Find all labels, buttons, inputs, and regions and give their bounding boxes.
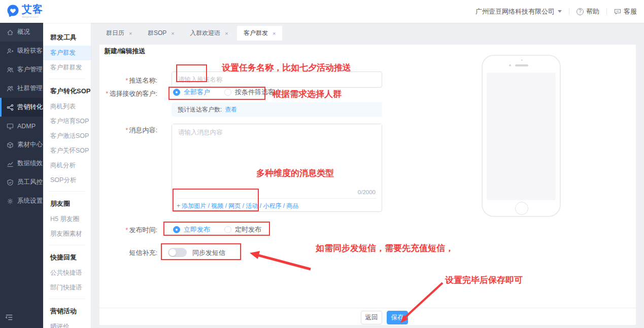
phone-home-button (515, 202, 528, 215)
push-name-input[interactable] (172, 71, 382, 88)
sidebar-item-customer-mgmt[interactable]: 客户管理 (0, 60, 43, 79)
logo-subtext: aiegent.com (22, 15, 43, 18)
radio-all-customers[interactable]: 全部客户 (173, 88, 210, 97)
divider (48, 191, 86, 192)
logo[interactable]: 艾客 aiegent.com (6, 4, 43, 20)
shield-icon (7, 179, 14, 186)
sidebar-item-label: ADMP (17, 123, 36, 130)
close-icon[interactable]: × (171, 30, 174, 37)
tab-label: 群SOP (148, 29, 166, 38)
submenu-section-title: 快捷回复 (43, 249, 91, 266)
submenu-item-care-sop[interactable]: 客户关怀SOP (43, 143, 91, 158)
tab-customer-mass-send[interactable]: 客户群发 × (237, 26, 282, 41)
submenu-item-group-mass-send[interactable]: 客户群群发 (43, 60, 91, 75)
sidebar-item-material-center[interactable]: 素材中心 (0, 135, 43, 154)
sidebar-item-staff-risk[interactable]: 员工风控 (0, 173, 43, 192)
sms-toggle[interactable] (168, 248, 187, 257)
company-dropdown[interactable]: 广州壹豆网络科技有限公司 (476, 7, 562, 16)
logo-text: 艾客 (22, 4, 43, 14)
box-icon (7, 141, 14, 149)
radio-publish-scheduled[interactable]: 定时发布 (224, 225, 261, 234)
required-mark: * (125, 77, 128, 84)
add-attachment-link[interactable]: + 添加图片 / 视频 / 网页 / 活动 / 小程序 / 商品 (177, 202, 298, 210)
close-icon[interactable]: × (225, 30, 228, 37)
header-separator (569, 8, 569, 15)
message-content-label: *消息内容: (90, 126, 157, 135)
share-icon (7, 104, 14, 111)
sidebar-item-marketing[interactable]: 营销转化 (0, 98, 43, 117)
phone-sensor-dot (521, 59, 523, 61)
sidebar-item-community-mgmt[interactable]: 社群管理 (0, 79, 43, 98)
submenu-item-public-quick-reply[interactable]: 公共快捷语 (43, 266, 91, 280)
caret-down-icon (558, 10, 562, 13)
monitor-icon (7, 123, 14, 130)
users-icon (7, 66, 14, 74)
sms-label: 短信补充: (90, 248, 157, 258)
submenu-item-activation-sop[interactable]: 客户激活SOP (43, 129, 91, 143)
primary-sidebar: 概况 吸粉获客 客户管理 社群管理 营销转化 ADMP 素材中心 数据绩效 (0, 23, 43, 328)
sidebar-item-data-performance[interactable]: 数据绩效 (0, 154, 43, 173)
sidebar-item-label: 吸粉获客 (17, 47, 43, 55)
radio-dot (224, 226, 231, 233)
estimate-label: 预计送达客户数: (178, 105, 222, 114)
tab-label: 群日历 (106, 29, 124, 38)
close-icon[interactable]: × (273, 30, 276, 37)
gear-icon (7, 198, 14, 205)
sidebar-item-admp[interactable]: ADMP (0, 117, 43, 135)
company-name: 广州壹豆网络科技有限公司 (476, 7, 555, 16)
submenu-item-review-show[interactable]: 晒评价 (43, 319, 91, 328)
sidebar-item-label: 系统设置 (17, 197, 43, 205)
submenu-item-nurture-sop[interactable]: 客户培育SOP (43, 114, 91, 129)
submenu-item-moments-material[interactable]: 朋友圈素材 (43, 227, 91, 241)
sidebar-item-overview[interactable]: 概况 (0, 23, 43, 42)
submenu-section-title: 营销活动 (43, 303, 91, 319)
submenu-section-title: 客户转化SOP (43, 83, 91, 99)
required-mark: * (125, 226, 128, 234)
push-name-label: *推送名称: (90, 76, 157, 85)
tab-join-welcome[interactable]: 入群欢迎语 × (183, 26, 234, 41)
submenu-section-title: 朋友圈 (43, 195, 91, 212)
radio-dot (224, 89, 231, 96)
submenu-item-customer-mass-send[interactable]: 客户群发 (43, 46, 91, 60)
submenu-item-opportunity-list[interactable]: 商机列表 (43, 99, 91, 114)
sidebar-collapse-icon[interactable] (5, 313, 13, 323)
help-button[interactable]: ? 帮助 (577, 7, 599, 16)
submenu-item-sop-analysis[interactable]: SOP分析 (43, 173, 91, 188)
radio-publish-now[interactable]: 立即发布 (173, 225, 210, 234)
sms-toggle-label: 同步发短信 (192, 248, 225, 258)
footer-divider (99, 308, 636, 308)
user-add-icon (7, 48, 14, 55)
sidebar-item-label: 数据绩效 (17, 159, 43, 168)
save-button[interactable]: 保存 (387, 311, 408, 324)
service-label: 客服 (624, 7, 637, 16)
tab-label: 客户群发 (244, 29, 268, 38)
sidebar-item-system-settings[interactable]: 系统设置 (0, 192, 43, 210)
customer-service-button[interactable]: 客服 (614, 7, 637, 16)
back-button[interactable]: 返回 (361, 311, 382, 324)
phone-speaker (515, 64, 528, 66)
home-icon (7, 29, 14, 36)
community-icon (7, 85, 14, 92)
sidebar-item-label: 社群管理 (17, 84, 43, 93)
tab-group-sop[interactable]: 群SOP × (141, 26, 181, 41)
header-separator (606, 8, 607, 15)
phone-preview (482, 55, 561, 217)
divider (48, 79, 86, 79)
tab-group-calendar[interactable]: 群日历 × (99, 26, 139, 41)
publish-radio-group: 立即发布 定时发布 (173, 225, 276, 234)
secondary-menu: 群发工具 客户群发 客户群群发 客户转化SOP 商机列表 客户培育SOP 客户激… (43, 23, 91, 328)
annotation-sms-tip: 如需同步发短信，需要先充值短信， (316, 242, 454, 254)
radio-label: 立即发布 (184, 225, 210, 234)
submenu-item-opportunity-analysis[interactable]: 商机分析 (43, 158, 91, 173)
phone-screen (487, 72, 556, 200)
submenu-item-h5-moments[interactable]: H5 朋友圈 (43, 212, 91, 227)
estimate-view-link[interactable]: 查看 (225, 105, 237, 114)
close-icon[interactable]: × (129, 30, 132, 37)
estimate-box: 预计送达客户数: 查看 (172, 102, 382, 117)
submenu-section-title: 群发工具 (43, 29, 91, 46)
sidebar-item-acquisition[interactable]: 吸粉获客 (0, 42, 43, 60)
submenu-item-dept-quick-reply[interactable]: 部门快捷语 (43, 280, 91, 295)
top-header: 艾客 aiegent.com 广州壹豆网络科技有限公司 ? 帮助 (0, 0, 644, 23)
chat-bubble-icon (614, 8, 621, 15)
sidebar-item-label: 素材中心 (17, 140, 43, 149)
